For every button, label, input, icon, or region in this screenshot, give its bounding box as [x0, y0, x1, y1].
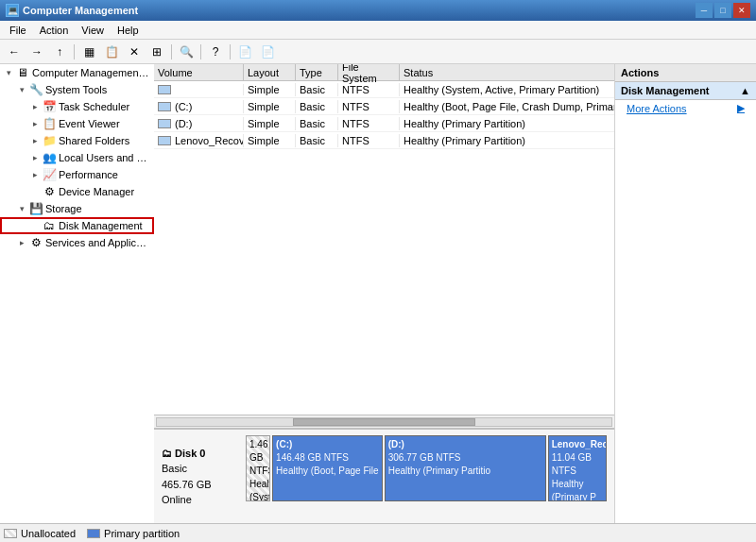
forward-button[interactable]: → — [26, 42, 47, 62]
disk-cell-filesystem: NTFS — [338, 83, 400, 96]
tree-item-performance[interactable]: ▸📈Performance — [0, 166, 154, 183]
tree-icon-shared-folders: 📁 — [42, 133, 57, 148]
tree-label-device-manager: Device Manager — [59, 186, 134, 197]
tree-item-local-users[interactable]: ▸👥Local Users and Groups — [0, 149, 154, 166]
partition-label-d-drive: (D:) — [388, 438, 542, 451]
tree-item-event-viewer[interactable]: ▸📋Event Viewer — [0, 115, 154, 132]
export-button[interactable]: 📄 — [234, 42, 255, 62]
legend-unallocated: Unallocated — [4, 528, 76, 539]
disk-cell-filesystem: NTFS — [338, 117, 400, 130]
maximize-button[interactable]: □ — [714, 3, 731, 18]
disk-cell-layout: Simple — [244, 117, 296, 130]
properties-button[interactable]: ⊞ — [146, 42, 167, 62]
tree-expand-shared-folders[interactable]: ▸ — [28, 132, 42, 149]
tree-item-storage[interactable]: ▾💾Storage — [0, 200, 154, 217]
disk-cell-type: Basic — [296, 134, 338, 147]
help-button[interactable]: ? — [205, 42, 226, 62]
actions-header: Actions — [615, 64, 756, 82]
disk-cell-status: Healthy (System, Active, Primary Partiti… — [400, 83, 614, 96]
h-scroll-area[interactable] — [154, 415, 614, 428]
col-header-filesystem[interactable]: File System — [338, 64, 400, 80]
tree-item-device-manager[interactable]: ⚙Device Manager — [0, 183, 154, 200]
tree-label-storage: Storage — [45, 203, 82, 214]
disk-cell-volume: (C:) — [154, 100, 244, 113]
disk-cell-filesystem: NTFS — [338, 134, 400, 147]
left-panel-container: ▾🖥Computer Management (Local)▾🔧System To… — [0, 64, 154, 523]
disk-cell-status: Healthy (Primary Partition) — [400, 117, 614, 130]
disk-list-row[interactable]: SimpleBasicNTFSHealthy (System, Active, … — [154, 81, 614, 98]
tree-label-local-users: Local Users and Groups — [59, 152, 150, 163]
tree-icon-disk-management: 🗂 — [42, 218, 57, 233]
col-header-status[interactable]: Status — [400, 64, 614, 80]
window-title: Computer Management — [23, 5, 138, 16]
menu-file[interactable]: File — [4, 23, 32, 38]
menu-help[interactable]: Help — [112, 23, 145, 38]
tree-expand-storage[interactable]: ▾ — [15, 200, 28, 217]
disk-name: 🗂 Disk 0 — [162, 446, 242, 462]
legend-primary-label: Primary partition — [104, 528, 180, 539]
tree-item-task-scheduler[interactable]: ▸📅Task Scheduler — [0, 98, 154, 115]
tree-icon-system-tools: 🔧 — [28, 82, 43, 97]
minimize-button[interactable]: ─ — [696, 3, 713, 18]
col-header-volume[interactable]: Volume — [154, 64, 244, 80]
delete-button[interactable]: ✕ — [124, 42, 145, 62]
toolbar-sep-4 — [230, 44, 231, 59]
disk-list-row[interactable]: (C:)SimpleBasicNTFSHealthy (Boot, Page F… — [154, 98, 614, 115]
h-scrollbar-thumb[interactable] — [293, 418, 474, 426]
close-button[interactable]: ✕ — [733, 3, 750, 18]
tree-item-disk-management[interactable]: 🗂Disk Management — [0, 217, 154, 234]
disk-cell-status: Healthy (Boot, Page File, Crash Dump, Pr… — [400, 100, 614, 113]
show-hide-button[interactable]: ▦ — [78, 42, 99, 62]
app-icon: 💻 — [6, 4, 19, 17]
more-actions-item[interactable]: More Actions ▶ — [615, 100, 756, 116]
tree-label-system-tools: System Tools — [45, 84, 107, 95]
tree-icon-storage: 💾 — [28, 201, 43, 216]
col-header-type[interactable]: Type — [296, 64, 338, 80]
col-header-layout[interactable]: Layout — [244, 64, 296, 80]
disk-cell-filesystem: NTFS — [338, 100, 400, 113]
tree-expand-computer-management[interactable]: ▾ — [2, 64, 15, 81]
tree-item-services[interactable]: ▸⚙Services and Applications — [0, 234, 154, 251]
disk-list-row[interactable]: Lenovo_Recovery (E:)SimpleBasicNTFSHealt… — [154, 132, 614, 149]
copy-button[interactable]: 📋 — [101, 42, 122, 62]
partition-block-recovery[interactable]: Lenovo_Recoven11.04 GB NTFSHealthy (Prim… — [548, 435, 607, 501]
options-button[interactable]: 📄 — [257, 42, 278, 62]
partition-block-unalloc[interactable]: 1.46 GB NTFSHealthy (Syst — [246, 435, 270, 501]
search-button[interactable]: 🔍 — [176, 42, 197, 62]
tree-expand-event-viewer[interactable]: ▸ — [28, 115, 42, 132]
back-button[interactable]: ← — [4, 42, 25, 62]
tree-expand-local-users[interactable]: ▸ — [28, 149, 42, 166]
toolbar-sep-1 — [74, 44, 75, 59]
menu-action[interactable]: Action — [34, 23, 75, 38]
disk-cell-status: Healthy (Primary Partition) — [400, 134, 614, 147]
partition-block-c-drive[interactable]: (C:)146.48 GB NTFSHealthy (Boot, Page Fi… — [272, 435, 383, 501]
disk-list-row[interactable]: (D:)SimpleBasicNTFSHealthy (Primary Part… — [154, 115, 614, 132]
tree-panel: ▾🖥Computer Management (Local)▾🔧System To… — [0, 64, 154, 523]
status-bar: Unallocated Primary partition — [0, 523, 756, 542]
partition-size-recovery: 11.04 GB NTFS — [552, 451, 603, 478]
tree-expand-system-tools[interactable]: ▾ — [15, 81, 28, 98]
actions-section-title: Disk Management ▲ — [615, 82, 756, 100]
actions-section-arrow: ▲ — [740, 85, 750, 96]
disk-list-panel: VolumeLayoutTypeFile SystemStatus Simple… — [154, 64, 614, 429]
tree-item-system-tools[interactable]: ▾🔧System Tools — [0, 81, 154, 98]
tree-item-shared-folders[interactable]: ▸📁Shared Folders — [0, 132, 154, 149]
disk-icon-small — [158, 136, 171, 145]
h-scrollbar[interactable] — [156, 417, 612, 427]
disk-icon-small — [158, 85, 171, 94]
disk-cell-layout: Simple — [244, 83, 296, 96]
disk-list-header: VolumeLayoutTypeFile SystemStatus — [154, 64, 614, 81]
tree-expand-task-scheduler[interactable]: ▸ — [28, 98, 42, 115]
tree-expand-performance[interactable]: ▸ — [28, 166, 42, 183]
tree-label-services: Services and Applications — [45, 237, 150, 248]
menu-view[interactable]: View — [76, 23, 110, 38]
disk-cell-type: Basic — [296, 117, 338, 130]
tree-icon-device-manager: ⚙ — [42, 184, 57, 199]
legend-unallocated-box — [4, 529, 17, 538]
tree-item-computer-management[interactable]: ▾🖥Computer Management (Local) — [0, 64, 154, 81]
disk-list-rows: SimpleBasicNTFSHealthy (System, Active, … — [154, 81, 614, 415]
partition-block-d-drive[interactable]: (D:)306.77 GB NTFSHealthy (Primary Parti… — [385, 435, 546, 501]
up-button[interactable]: ↑ — [49, 42, 70, 62]
disk-cell-type: Basic — [296, 100, 338, 113]
tree-expand-services[interactable]: ▸ — [15, 234, 28, 251]
